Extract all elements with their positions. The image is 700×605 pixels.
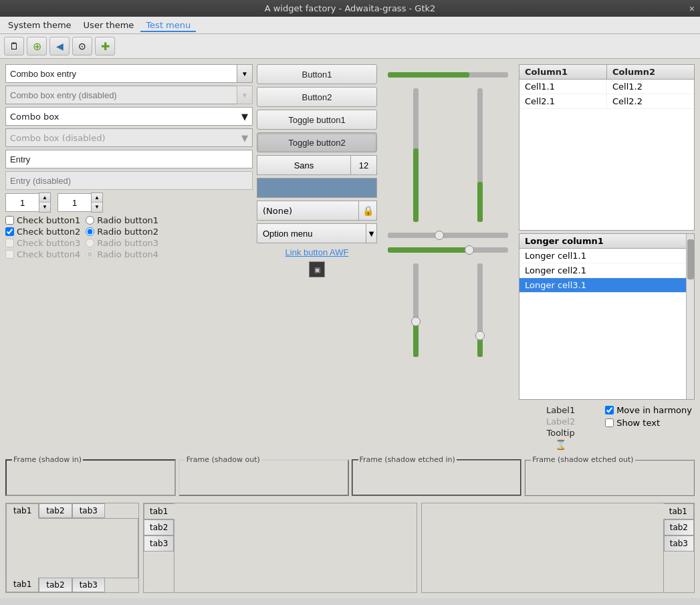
h-slider-1-track[interactable] [388,72,508,78]
menu-system-theme[interactable]: System theme [3,18,77,32]
tab-widget-3-tab2[interactable]: tab2 [664,519,694,535]
toolbar-btn-4[interactable]: ⊙ [72,37,92,55]
font-size-button[interactable]: 12 [350,155,377,175]
radio-button-2[interactable] [86,227,94,236]
close-button[interactable]: × [689,4,695,13]
v-slider-4-thumb[interactable] [475,331,485,340]
entry-input[interactable] [5,150,253,168]
combo-box-entry-input[interactable] [5,64,237,83]
radio-button-2-label[interactable]: Radio button2 [86,227,158,237]
check-button-1[interactable] [5,216,14,225]
h-slider-3-thumb[interactable] [465,245,474,255]
spinner-icon: ⌛ [555,439,566,450]
combo-box-1-label: Combo box [10,112,60,122]
tab-widget-1-bot-tab2[interactable]: tab2 [39,578,72,592]
scrollbar-v[interactable] [686,234,694,399]
tab-widget-1-tab2[interactable]: tab2 [39,503,72,518]
option-menu-arrow[interactable]: ▼ [366,223,377,243]
check-button-1-label[interactable]: Check button1 [5,215,80,225]
labels-area: Label1 Label2 Tooltip ⌛ [519,402,602,453]
color-button[interactable] [257,178,377,198]
h-slider-2-track[interactable] [388,233,508,238]
tab-widget-2-tab1[interactable]: tab1 [144,503,174,519]
tab-widget-1-bot-tab3[interactable]: tab3 [72,578,105,592]
combo-lock-icon[interactable]: 🔒 [358,201,377,221]
tab-widget-2-tab3[interactable]: tab3 [144,535,174,552]
v-slider-1-fill [413,148,419,222]
spinner-2-down[interactable]: ▼ [92,203,102,212]
check-radio-row-2: Check button2 Radio button2 [5,227,253,237]
tree-col-header-2[interactable]: Column2 [607,65,694,79]
tree-row-1[interactable]: Cell1.1 Cell1.2 [519,80,694,94]
show-text-checkbox[interactable] [605,418,614,427]
tab-widget-2-content [174,503,416,592]
scrollbar-thumb[interactable] [687,239,694,279]
move-harmony-checkbox[interactable] [605,406,614,414]
menu-test-menu[interactable]: Test menu [140,18,196,32]
v-slider-1-track[interactable] [413,88,419,222]
button-2[interactable]: Button2 [257,87,377,107]
tab-widget-1-tab3[interactable]: tab3 [72,503,105,518]
small-icon-button[interactable]: ▣ [309,261,325,277]
tab-widget-2-tab2[interactable]: tab2 [144,519,174,535]
toggle-button-2[interactable]: Toggle button2 [257,132,377,152]
spinner-2-up[interactable]: ▲ [92,193,102,203]
combo-box-2-arrow: ▼ [241,133,248,143]
tab-widget-3-right-bar: tab1 tab2 tab3 [663,503,694,592]
frame-shadow-out: Frame (shadow out) [179,459,349,496]
radio-button-1-label[interactable]: Radio button1 [86,215,158,225]
tree-view-1-header: Column1 Column2 [519,65,694,80]
combo-with-icon: (None) 🔒 [257,201,377,221]
combo-box-1[interactable]: Combo box ▼ [5,107,253,126]
titlebar: A widget factory - Adwaita-grass - Gtk2 … [0,0,700,17]
tree-view-2-row-2[interactable]: Longer cell2.1 [519,263,686,278]
tab-widget-1-tab1[interactable]: tab1 [6,503,39,519]
v-slider-4-track[interactable] [477,263,483,357]
tree-view-2-header[interactable]: Longer column1 [519,234,686,249]
h-sliders [384,67,512,364]
tabs-section: tab1 tab2 tab3 tab1 tab2 tab3 tab1 tab2 … [5,503,695,593]
font-name-button[interactable]: Sans [257,155,350,175]
combo-entry-row-2-disabled: ▼ [5,86,253,104]
toolbar-btn-1[interactable]: 🗒 [4,37,24,55]
check-button-2-label[interactable]: Check button2 [5,227,80,237]
v-slider-2-track[interactable] [477,88,483,222]
combo-entry-dropdown-btn[interactable]: ▼ [237,64,253,83]
tree-view-2-row-3[interactable]: Longer cell3.1 [519,278,686,293]
sliders-column [381,64,515,453]
h-slider-3-track[interactable] [388,247,508,253]
spinner-1-up[interactable]: ▲ [39,193,50,203]
menu-user-theme[interactable]: User theme [78,18,140,32]
v-slider-3-track[interactable] [413,263,419,357]
radio-button-1[interactable] [86,216,94,225]
toggle-button-1[interactable]: Toggle button1 [257,110,377,130]
combo-none-label[interactable]: (None) [257,201,358,221]
tree-view-2-row-1[interactable]: Longer cell1.1 [519,249,686,263]
combo-box-1-arrow: ▼ [241,112,248,122]
toolbar-btn-5[interactable]: ✚ [95,37,115,55]
radio-button-4-label: Radio button4 [86,249,158,259]
tab-widget-3-tab3[interactable]: tab3 [664,535,694,552]
check-button-2[interactable] [5,227,14,236]
button-1[interactable]: Button1 [257,64,377,84]
link-button[interactable]: Link button AWF [257,246,377,259]
move-harmony-label[interactable]: Move in harmony [605,405,692,415]
h-slider-2-thumb[interactable] [435,231,444,240]
font-selector: Sans 12 [257,155,377,175]
tab-widget-1-bot-tab1[interactable]: tab1 [6,577,39,592]
option-menu-button[interactable]: Option menu [257,223,366,243]
v-slider-3-thumb[interactable] [411,317,421,326]
spinner-1-input[interactable] [5,193,39,212]
spinner-2-input[interactable] [57,193,91,212]
small-icon-area: ▣ [257,261,377,277]
spinner-1-down[interactable]: ▼ [39,203,50,212]
refresh-icon: ⊕ [33,40,41,53]
toolbar-btn-3[interactable]: ◀ [49,37,70,55]
check-button-4-label: Check button4 [5,249,80,259]
tree-col-header-1[interactable]: Column1 [519,65,607,79]
tab-widget-3-tab1[interactable]: tab1 [663,503,694,519]
show-text-label[interactable]: Show text [605,418,692,428]
main-area: ▼ ▼ Combo box ▼ Combo box (disabled) ▼ [0,59,700,598]
toolbar-btn-2[interactable]: ⊕ [27,37,47,55]
tree-row-2[interactable]: Cell2.1 Cell2.2 [519,94,694,109]
